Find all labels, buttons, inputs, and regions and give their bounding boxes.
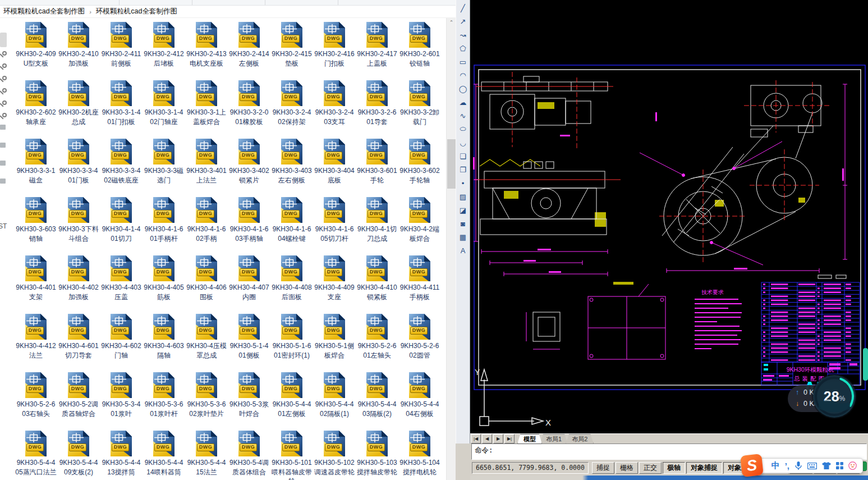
hatch-icon[interactable]: ▨	[457, 190, 469, 203]
coordinate-readout[interactable]: 6650.8651, 7799.9683, 0.0000	[472, 462, 589, 474]
toolbox-grid-icon[interactable]	[836, 462, 843, 469]
file-item[interactable]: DWG 9KH30-3-2卸载门	[398, 79, 441, 137]
file-item[interactable]: DWG 9KH30-3-1-402门轴座	[143, 79, 185, 137]
file-item[interactable]: DWG 9KH30-5-3-401浆叶	[100, 371, 143, 429]
file-item[interactable]: DWG 9KH30-4-601切刀导套	[57, 312, 100, 371]
file-item[interactable]: DWG 9KH30-4-401支架	[15, 254, 57, 312]
file-item[interactable]: DWG 9KH30-4-2端板焊合	[398, 195, 441, 254]
explorer-scrollbar[interactable]: ⌃	[446, 18, 456, 480]
file-item[interactable]: DWG 9KH30-2-409U型支板	[15, 20, 57, 79]
file-item[interactable]: DWG 9KH30-3-603销轴	[15, 195, 57, 254]
circle-icon[interactable]: ◯	[457, 83, 469, 95]
file-item[interactable]: DWG 9KH30-4-602门轴	[100, 312, 143, 371]
file-item[interactable]: DWG 9KH30-5-4-401左侧板	[270, 371, 313, 429]
scrollbar-thumb[interactable]	[447, 139, 456, 189]
tab-next-icon[interactable]: ▶	[493, 434, 503, 444]
file-item[interactable]: DWG 9KH30-5-4-413搅拌筒	[100, 429, 143, 480]
file-item[interactable]: DWG 9KH30-5-4-405蒸汽口法兰	[15, 429, 57, 480]
file-item[interactable]: DWG 9KH30-4-1-604螺栓键	[270, 195, 313, 254]
file-item[interactable]: DWG 9KH30-5-2-603右轴头	[15, 371, 57, 429]
revision-cloud-icon[interactable]: ☁	[457, 96, 469, 108]
breadcrumb-item[interactable]: 环模颗粒机cad全套制作图	[0, 7, 88, 16]
file-item[interactable]: DWG 9KH30-4-1-605切刀杆	[313, 195, 356, 254]
tab-layout1[interactable]: 布局1	[540, 434, 568, 444]
polyline-icon[interactable]: ↝	[457, 29, 469, 41]
file-item[interactable]: DWG 9KH30-4-1切刀总成	[356, 195, 398, 254]
construction-line-icon[interactable]: ↗	[457, 15, 469, 28]
command-line-input[interactable]: 命令:	[471, 444, 867, 460]
file-item[interactable]: DWG 9KH30-3-2-402保持架	[270, 79, 313, 137]
file-item[interactable]: DWG 9KH30-5-103搅拌轴皮带轮	[356, 429, 398, 480]
file-item[interactable]: DWG 9KH30-5-2-602圆管	[398, 312, 441, 371]
file-item[interactable]: DWG 9KH30-2-414左侧板	[228, 20, 270, 79]
tab-last-icon[interactable]: ▶|	[504, 434, 515, 444]
file-item[interactable]: DWG 9KH30-2-415垫板	[270, 20, 313, 79]
file-item[interactable]: DWG 9KH30-3-3-401门板	[57, 137, 100, 195]
status-toggle-ortho[interactable]: 正交	[639, 462, 662, 474]
ellipse-icon[interactable]: ⬭	[457, 123, 469, 135]
status-toggle-polar[interactable]: 极轴	[663, 462, 685, 474]
multiline-text-icon[interactable]: A	[457, 244, 469, 257]
file-item[interactable]: DWG 9KH30-3-3-402磁铁底座	[100, 137, 143, 195]
file-item[interactable]: DWG 9KH30-5-3-601浆叶杆	[143, 371, 185, 429]
ime-punctuation-button[interactable]: ’,	[785, 461, 789, 470]
make-block-icon[interactable]: ❐	[457, 163, 469, 176]
virtual-keyboard-icon[interactable]	[807, 463, 817, 469]
file-item[interactable]: DWG 9KH30-4-403压盖	[100, 254, 143, 312]
file-item[interactable]: DWG 9KH30-5-4-403隔板(2)	[356, 371, 398, 429]
file-item[interactable]: DWG 9KH30-3-1-401门扣板	[100, 79, 143, 137]
file-item[interactable]: DWG 9KH30-3-3-1磁盒	[15, 137, 57, 195]
file-item[interactable]: DWG 9KH30-2-602轴承座	[15, 79, 57, 137]
status-toggle-snap[interactable]: 捕捉	[592, 462, 614, 474]
tab-layout2[interactable]: 布局2	[566, 434, 594, 444]
region-icon[interactable]: ◙	[457, 217, 469, 230]
status-toggle-grid[interactable]: 栅格	[616, 462, 638, 474]
ime-chinese-mode-button[interactable]: 中	[771, 460, 780, 471]
file-item[interactable]: DWG 9KH30-2-413电机支座板	[185, 20, 228, 79]
gradient-icon[interactable]: ◪	[457, 204, 469, 216]
file-item[interactable]: DWG 9KH30-3-1上盖板焊合	[185, 79, 228, 137]
rectangle-icon[interactable]: ▭	[457, 56, 469, 68]
insert-block-icon[interactable]: ❏	[457, 150, 469, 162]
file-item[interactable]: DWG 9KH30-3-401上法兰	[185, 137, 228, 195]
file-item[interactable]: DWG 9KH30-2-417上盖板	[356, 20, 398, 79]
tab-model[interactable]: 模型	[517, 434, 542, 444]
ellipse-arc-icon[interactable]: ◡	[457, 136, 469, 149]
file-item[interactable]: DWG 9KH30-5-4-404右侧板	[398, 371, 441, 429]
file-item[interactable]: DWG 9KH30-2-410加强板	[57, 20, 100, 79]
file-item[interactable]: DWG 9KH30-4压模罩总成	[185, 312, 228, 371]
file-item[interactable]: DWG 9KH30-4-410锁紧板	[356, 254, 398, 312]
tab-prev-icon[interactable]: ◀	[482, 434, 492, 444]
file-item[interactable]: DWG 9KH30-5-4调质器体组合	[228, 429, 270, 480]
file-item[interactable]: DWG 9KH30-5-2调质器轴焊合	[57, 371, 100, 429]
file-item[interactable]: DWG 9KH30-4-1-603手柄轴	[228, 195, 270, 254]
file-item[interactable]: DWG 9KH30-5-4-415法兰	[185, 429, 228, 480]
file-item[interactable]: DWG 9KH30-2-411前侧板	[100, 20, 143, 79]
file-item[interactable]: DWG 9KH30-2-601铰链轴	[398, 20, 441, 79]
file-item[interactable]: DWG 9KH30-5-4-414喂料器筒	[143, 429, 185, 480]
status-toggle-osnap[interactable]: 对象捕捉	[686, 462, 722, 474]
skin-icon[interactable]	[822, 462, 831, 469]
file-item[interactable]: DWG 9KH30-5-3-602浆叶垫片	[185, 371, 228, 429]
file-item[interactable]: DWG 9KH30-4-603隔轴	[143, 312, 185, 371]
arc-icon[interactable]: ◠	[457, 69, 469, 81]
file-item[interactable]: DWG 9KH30-4-409支座	[313, 254, 356, 312]
file-item[interactable]: DWG 9KH30-5-101喂料器轴皮带轮	[270, 429, 313, 480]
microphone-icon[interactable]	[794, 461, 802, 470]
table-icon[interactable]: ▦	[457, 231, 469, 243]
file-item[interactable]: DWG 9KH30-5-1-401侧板	[228, 312, 270, 371]
line-icon[interactable]: ╱	[457, 2, 469, 14]
sogou-logo-icon[interactable]: S	[740, 454, 764, 477]
file-item[interactable]: DWG 9KH30-4-405筋板	[143, 254, 185, 312]
file-item[interactable]: DWG 9KH30-3-404底板	[313, 137, 356, 195]
file-item[interactable]: DWG 9KH30-2-416门扣板	[313, 20, 356, 79]
tab-first-icon[interactable]: |◀	[471, 434, 481, 444]
file-item[interactable]: DWG 9KH30-3-601手轮	[356, 137, 398, 195]
polygon-icon[interactable]: ⬠	[457, 42, 469, 54]
file-item[interactable]: DWG 9KH30-4-411手柄板	[398, 254, 441, 312]
file-item[interactable]: DWG 9KH30-4-1-601手柄杆	[143, 195, 185, 254]
file-item[interactable]: DWG 9KH30-3-2-001橡胶板	[228, 79, 270, 137]
point-icon[interactable]: •	[457, 177, 469, 189]
emoji-icon[interactable]	[848, 461, 857, 470]
file-item[interactable]: DWG 9KH30-3-403左右侧板	[270, 137, 313, 195]
